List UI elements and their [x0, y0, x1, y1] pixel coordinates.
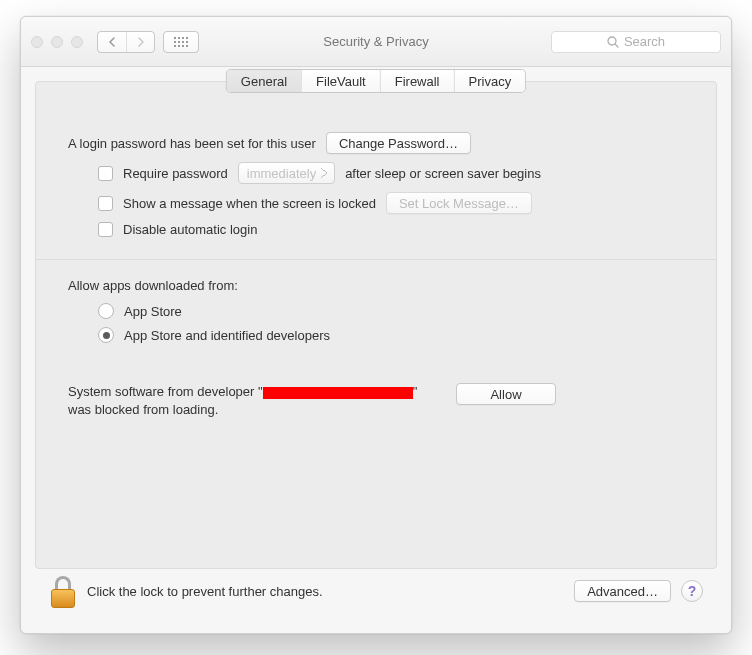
- forward-button[interactable]: [126, 32, 154, 52]
- security-privacy-window: Security & Privacy Search General FileVa…: [20, 16, 732, 634]
- search-field[interactable]: Search: [551, 31, 721, 53]
- footer-right: Advanced… ?: [574, 580, 703, 602]
- allow-button[interactable]: Allow: [456, 383, 556, 405]
- section-divider: [36, 259, 716, 260]
- allow-apps-heading: Allow apps downloaded from:: [68, 278, 684, 293]
- disable-auto-login-row: Disable automatic login: [68, 222, 684, 237]
- back-button[interactable]: [98, 32, 126, 52]
- svg-line-1: [615, 44, 618, 47]
- nav-segmented: [97, 31, 155, 53]
- require-password-label-pre: Require password: [123, 166, 228, 181]
- show-message-checkbox[interactable]: [98, 196, 113, 211]
- advanced-button[interactable]: Advanced…: [574, 580, 671, 602]
- grid-icon: [174, 37, 188, 47]
- content-area: General FileVault Firewall Privacy A log…: [21, 67, 731, 633]
- blocked-software-row: System software from developer "" was bl…: [68, 383, 684, 419]
- blocked-software-text: System software from developer "" was bl…: [68, 383, 438, 419]
- tab-bar: General FileVault Firewall Privacy: [227, 70, 525, 92]
- require-password-label-post: after sleep or screen saver begins: [345, 166, 541, 181]
- login-password-text: A login password has been set for this u…: [68, 136, 316, 151]
- allow-appstore-radio[interactable]: [98, 303, 114, 319]
- tab-filevault[interactable]: FileVault: [301, 70, 380, 92]
- search-placeholder: Search: [624, 34, 665, 49]
- footer: Click the lock to prevent further change…: [35, 569, 717, 619]
- allow-appstore-row: App Store: [68, 303, 684, 319]
- set-lock-message-button[interactable]: Set Lock Message…: [386, 192, 532, 214]
- zoom-window-button[interactable]: [71, 36, 83, 48]
- help-button[interactable]: ?: [681, 580, 703, 602]
- allow-identified-row: App Store and identified developers: [68, 327, 684, 343]
- close-window-button[interactable]: [31, 36, 43, 48]
- disable-auto-login-checkbox[interactable]: [98, 222, 113, 237]
- lock-icon[interactable]: [49, 574, 77, 608]
- tab-firewall[interactable]: Firewall: [380, 70, 454, 92]
- minimize-window-button[interactable]: [51, 36, 63, 48]
- allow-appstore-label: App Store: [124, 304, 182, 319]
- disable-auto-login-label: Disable automatic login: [123, 222, 257, 237]
- blocked-text-pre: System software from developer ": [68, 384, 263, 399]
- search-icon: [607, 36, 619, 48]
- show-message-row: Show a message when the screen is locked…: [68, 192, 684, 214]
- allow-identified-radio[interactable]: [98, 327, 114, 343]
- change-password-button[interactable]: Change Password…: [326, 132, 471, 154]
- require-password-row: Require password immediately after sleep…: [68, 162, 684, 184]
- require-password-checkbox[interactable]: [98, 166, 113, 181]
- tab-general[interactable]: General: [227, 70, 301, 92]
- show-message-label: Show a message when the screen is locked: [123, 196, 376, 211]
- allow-identified-label: App Store and identified developers: [124, 328, 330, 343]
- login-password-row: A login password has been set for this u…: [68, 132, 684, 154]
- developer-name-redacted: [263, 387, 413, 399]
- tab-privacy[interactable]: Privacy: [454, 70, 526, 92]
- show-all-button[interactable]: [163, 31, 199, 53]
- require-password-delay-select[interactable]: immediately: [238, 162, 335, 184]
- settings-panel: General FileVault Firewall Privacy A log…: [35, 81, 717, 569]
- window-controls: [31, 36, 83, 48]
- titlebar: Security & Privacy Search: [21, 17, 731, 67]
- lock-hint-text: Click the lock to prevent further change…: [87, 584, 323, 599]
